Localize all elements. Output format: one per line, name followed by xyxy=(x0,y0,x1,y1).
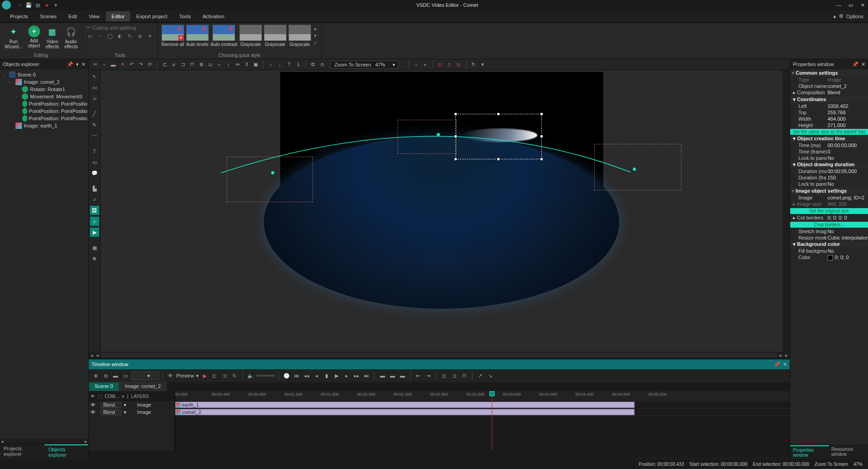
dropdown-icon[interactable]: ▾ xyxy=(76,61,79,67)
stretch-h-icon[interactable]: ⇔ xyxy=(234,61,241,68)
prev-frame-icon[interactable]: ◂◂ xyxy=(303,372,311,380)
layers-icon[interactable]: ≡ xyxy=(122,394,125,399)
motion-keyframe-ghost-3[interactable] xyxy=(594,144,681,190)
tl-d-icon[interactable]: ⇤ xyxy=(414,372,423,380)
tool-dropdown-icon[interactable]: ▾ xyxy=(146,32,154,40)
tool-1-icon[interactable]: ▭ xyxy=(86,32,94,40)
tl-del-icon[interactable]: ▬ xyxy=(111,372,120,380)
tl-j-icon[interactable]: ↘ xyxy=(486,372,495,380)
cut-icon[interactable]: ✂ xyxy=(91,61,99,68)
sel-b-icon[interactable]: ▪ xyxy=(422,61,429,68)
move-tool-icon[interactable]: ✥ xyxy=(90,254,99,263)
tl-b-icon[interactable]: ▬ xyxy=(389,372,397,380)
quick-style-grayscale-1[interactable]: Grayscale xyxy=(239,25,262,47)
prop-object-name-value[interactable]: comet_2 xyxy=(827,83,868,89)
pin-icon[interactable]: 📌 xyxy=(67,61,73,67)
eye-icon[interactable]: 👁 xyxy=(167,372,175,380)
play2-icon[interactable]: ▶ xyxy=(333,372,341,380)
tab-resources-window[interactable]: Resources window xyxy=(829,445,868,459)
tl-e-icon[interactable]: ⇥ xyxy=(424,372,433,380)
tree-row[interactable]: -Scene 0 xyxy=(1,71,87,78)
prop-lock2-value[interactable]: No xyxy=(827,181,868,187)
handle-tc[interactable] xyxy=(497,112,500,116)
align-center-h-icon[interactable]: ≡ xyxy=(170,61,177,68)
align-right-icon[interactable]: ⊐ xyxy=(179,61,187,68)
qat-dropdown-icon[interactable]: ▾ xyxy=(53,2,59,8)
chat-tool-icon[interactable]: 💬 xyxy=(90,168,99,178)
menu-tools[interactable]: Tools xyxy=(174,11,197,21)
prop-image-value[interactable]: comet.png; ID=2 xyxy=(827,195,868,200)
chart-tool-icon[interactable]: ▙ xyxy=(90,184,99,193)
copy-icon[interactable]: ▫ xyxy=(101,61,108,68)
options-label[interactable]: Options xyxy=(846,14,863,19)
clip-comet[interactable]: comet_2 xyxy=(175,409,635,415)
go-start-icon[interactable]: ⏮ xyxy=(293,372,301,380)
cfg-dd-icon[interactable]: ▾ xyxy=(479,61,486,68)
prop-color-value[interactable]: 0; 0; 0 xyxy=(827,255,868,260)
brush-tool-icon[interactable]: 〰 xyxy=(90,131,99,140)
volume-slider[interactable] xyxy=(257,375,275,377)
scroll-left-icon[interactable]: ◂ xyxy=(1,438,4,444)
u3-icon[interactable]: U xyxy=(455,61,462,68)
handle-bc[interactable] xyxy=(497,158,500,161)
shapes-tool-icon[interactable]: ▱ xyxy=(90,94,99,103)
play-icon[interactable]: ▶ xyxy=(201,372,209,380)
tl-f-icon[interactable]: ⊏ xyxy=(440,372,449,380)
tl-add-icon[interactable]: ⊕ xyxy=(91,372,100,380)
fit-icon[interactable]: ▣ xyxy=(252,61,259,68)
prop-fill-value[interactable]: No xyxy=(827,248,868,254)
prop-img-hdr[interactable]: Image object settings xyxy=(796,188,847,194)
timeline-close-icon[interactable]: ✕ xyxy=(783,362,787,367)
menu-activation[interactable]: Activation xyxy=(197,11,230,21)
menu-projects[interactable]: Projects xyxy=(5,11,34,21)
handle-tl[interactable] xyxy=(454,112,457,116)
align-middle-icon[interactable]: ≣ xyxy=(197,61,205,68)
run-wizard-button[interactable]: ✦Run Wizard... xyxy=(4,25,23,50)
audio-effects-button[interactable]: 🎧Audio effects xyxy=(63,25,78,50)
prop-left-value[interactable]: 1058.402 xyxy=(827,103,868,109)
tl-tab-scene[interactable]: Scene 0 xyxy=(89,382,119,391)
prop-close-icon[interactable]: ✕ xyxy=(861,61,865,67)
audio-tool-icon[interactable]: ♪ xyxy=(90,217,99,226)
marker-b-icon[interactable]: ⊐ xyxy=(221,372,229,380)
tree-row[interactable]: Image: earth_1 xyxy=(1,122,87,129)
clock-icon[interactable]: 🕐 xyxy=(283,372,291,380)
pen-tool-icon[interactable]: ✎ xyxy=(90,120,99,129)
qs-up-icon[interactable]: ▴ xyxy=(314,25,317,31)
tree-row[interactable]: Rotate: Rotate1 xyxy=(1,86,87,93)
canvas[interactable] xyxy=(280,72,603,254)
video-tool-icon[interactable]: ▶ xyxy=(90,228,99,237)
prop-resize-value[interactable]: Cubic interpolation xyxy=(827,235,868,240)
clip-earth[interactable]: earth_1 xyxy=(175,402,635,408)
canvas-viewport[interactable] xyxy=(101,70,782,352)
counter-tool-icon[interactable]: ▦ xyxy=(90,243,99,252)
objects-tree[interactable]: -Scene 0-Image: comet_2 Rotate: Rotate1-… xyxy=(0,69,88,438)
menu-scenes[interactable]: Scenes xyxy=(35,11,62,21)
group-icon[interactable]: ⧉ xyxy=(309,61,317,68)
track-header-2[interactable]: 👁Blend▾ Image xyxy=(89,408,175,416)
next-frame-icon[interactable]: ▸▸ xyxy=(353,372,361,380)
prop-height-value[interactable]: 271.000 xyxy=(827,122,868,128)
tab-projects-explorer[interactable]: Projects explorer xyxy=(0,444,45,459)
tab-properties-window[interactable]: Properties window xyxy=(790,445,829,459)
tree-row[interactable]: PointPosition: PointPositio xyxy=(1,100,87,107)
pointer-tool-icon[interactable]: ↖ xyxy=(90,72,99,81)
selection-box[interactable] xyxy=(455,114,542,159)
tl-g-icon[interactable]: ⊐ xyxy=(450,372,459,380)
go-end-icon[interactable]: ⏭ xyxy=(363,372,371,380)
tool-2-icon[interactable]: ▫ xyxy=(96,32,104,40)
quick-style-grayscale-2[interactable]: Grayscale xyxy=(264,25,287,47)
menu-edit[interactable]: Edit xyxy=(63,11,82,21)
align-top-icon[interactable]: ⊓ xyxy=(188,61,196,68)
quick-style-grayscale-3[interactable]: Grayscale xyxy=(288,25,311,47)
tool-6-icon[interactable]: ⊕ xyxy=(136,32,144,40)
handle-ml[interactable] xyxy=(454,135,457,138)
prop-common-hdr[interactable]: Common settings xyxy=(796,70,838,76)
menu-export[interactable]: Export project xyxy=(131,11,173,21)
ribbon-collapse-icon[interactable]: ▴ xyxy=(833,13,836,19)
distribute-h-icon[interactable]: ↔ xyxy=(216,61,223,68)
redo-icon[interactable]: ↷ xyxy=(137,61,144,68)
prop-top-value[interactable]: 259.768 xyxy=(827,110,868,115)
align-bottom-icon[interactable]: ⊔ xyxy=(207,61,214,68)
qs-down-icon[interactable]: ▾ xyxy=(314,33,317,39)
